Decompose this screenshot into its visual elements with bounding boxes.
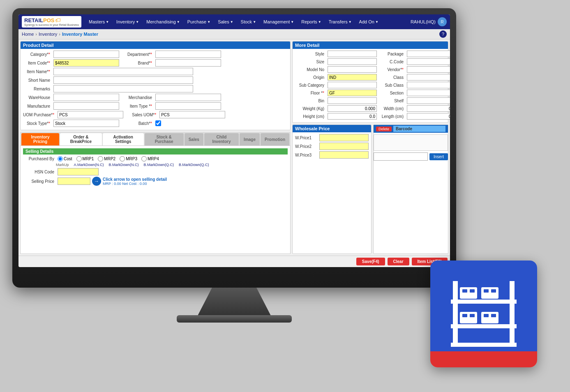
tab-child-inventory[interactable]: Child Inventory <box>204 133 239 145</box>
height-label: Height (cm) <box>295 114 326 119</box>
origin-label: Origin <box>295 75 326 80</box>
item-code-input[interactable] <box>53 59 119 67</box>
length-input[interactable] <box>407 113 450 120</box>
nav-masters[interactable]: Masters ▼ <box>85 18 112 26</box>
batch-checkbox[interactable] <box>155 120 161 126</box>
barcode-section: Delete Barcode Insert <box>373 125 448 254</box>
nav-transfers[interactable]: Transfers ▼ <box>325 18 355 26</box>
wholesale-price-section: Wholesale Price W.Price1 W.Price2 <box>292 125 372 254</box>
nav-merchandising[interactable]: Merchandising ▼ <box>143 18 183 26</box>
radio-mrp1-input[interactable] <box>76 156 82 161</box>
nav-addon[interactable]: Add On ▼ <box>356 18 382 26</box>
vendor-input[interactable] <box>407 66 450 73</box>
height-input[interactable] <box>328 113 377 120</box>
nav-inventory[interactable]: Inventory ▼ <box>113 18 142 26</box>
radio-mrp1[interactable]: MRP1 <box>76 156 94 161</box>
class-input[interactable] <box>407 74 450 81</box>
sales-uom-input[interactable] <box>159 111 225 118</box>
more-row-height-length: Height (cm) Length (cm) <box>295 113 445 120</box>
section-input[interactable] <box>407 90 450 96</box>
tab-promotion[interactable]: Promotion <box>261 133 289 145</box>
tab-inventory-pricing[interactable]: Inventory Pricing <box>21 133 59 145</box>
radio-mrp4[interactable]: MRP4 <box>141 156 159 161</box>
size-input[interactable] <box>328 58 377 65</box>
selling-price-row: Selling Price → Click arrow to open sell… <box>23 177 288 186</box>
nav-sales[interactable]: Sales ▼ <box>215 18 236 26</box>
barcode-input[interactable] <box>374 152 428 161</box>
wp-price2-input[interactable] <box>319 143 369 150</box>
save-button[interactable]: Save(F4) <box>356 258 385 265</box>
origin-input[interactable] <box>328 74 377 81</box>
barcode-delete-btn[interactable]: Delete <box>376 127 392 131</box>
radio-mrp4-input[interactable] <box>141 156 147 161</box>
selling-price-arrow-btn[interactable]: → <box>92 177 101 186</box>
uom-purchase-input[interactable] <box>58 111 123 118</box>
wp-price3-input[interactable] <box>319 151 369 159</box>
ccode-input[interactable] <box>407 58 450 65</box>
user-label: RAHUL(HQ) <box>411 19 436 24</box>
radio-mrp3[interactable]: MRP3 <box>120 156 137 161</box>
package-input[interactable] <box>407 51 450 57</box>
help-button[interactable]: ? <box>439 30 447 38</box>
svg-rect-8 <box>470 289 475 293</box>
breadcrumb-home[interactable]: Home <box>22 32 34 37</box>
logo-retail: RETAIL <box>24 17 43 23</box>
category-input[interactable] <box>53 51 119 58</box>
clear-button[interactable]: Clear <box>388 258 409 265</box>
shelf-label: Shelf <box>378 99 405 103</box>
department-input[interactable] <box>155 51 221 58</box>
product-detail-header: Product Detail <box>21 42 290 49</box>
svg-rect-9 <box>484 289 489 293</box>
tab-image[interactable]: Image <box>240 133 260 145</box>
short-name-label: Short Name <box>23 78 52 83</box>
item-name-input[interactable] <box>53 68 193 75</box>
tab-order-breakprice[interactable]: Order & BreakPrice <box>60 133 102 145</box>
sub-class-input[interactable] <box>407 82 450 88</box>
manufacture-input[interactable] <box>53 102 119 110</box>
sub-class-label: Sub Class <box>378 83 405 88</box>
inventory-icon-box <box>430 261 537 367</box>
monitor-shell: RETAILPOS🏷 Synergy is success in your Re… <box>12 8 456 288</box>
model-no-input[interactable] <box>328 66 377 73</box>
brand-input[interactable] <box>155 59 221 67</box>
item-name-label: Item Name* <box>23 69 52 74</box>
shelf-input[interactable] <box>407 97 450 104</box>
tab-stock-purchase[interactable]: Stock & Purchase <box>145 133 184 145</box>
barcode-header: Delete Barcode <box>374 125 448 133</box>
radio-mrp2-input[interactable] <box>98 156 103 161</box>
bin-input[interactable] <box>328 97 377 104</box>
barcode-insert-btn[interactable]: Insert <box>429 153 448 160</box>
breadcrumb-inventory[interactable]: Inventory <box>39 32 57 37</box>
radio-cost-input[interactable] <box>58 156 63 161</box>
radio-cost[interactable]: Cost <box>58 156 72 161</box>
warehouse-input[interactable] <box>53 94 119 101</box>
item-type-input[interactable] <box>155 102 221 110</box>
tab-sales[interactable]: Sales <box>185 133 203 145</box>
stock-type-input[interactable] <box>53 120 119 127</box>
more-row-floor-section: Floor * Section <box>295 90 445 96</box>
floor-input[interactable] <box>328 90 377 96</box>
wp-price1-input[interactable] <box>319 134 369 141</box>
wp-row-2: W.Price2 <box>295 143 369 150</box>
style-input[interactable] <box>328 51 377 57</box>
user-avatar: R <box>438 17 447 26</box>
sub-category-input[interactable] <box>328 82 377 88</box>
nav-purchase[interactable]: Purchase ▼ <box>184 18 214 26</box>
nav-management[interactable]: Management ▼ <box>260 18 297 26</box>
sub-b-markdown-qc1: B.MarkDown(Q.C) <box>144 163 174 167</box>
selling-price-input[interactable] <box>58 178 90 185</box>
hsn-code-input[interactable] <box>58 168 99 175</box>
nav-reports[interactable]: Reports ▼ <box>298 18 324 26</box>
tab-activation-settings[interactable]: Activation Settings <box>103 133 144 145</box>
radio-mrp3-input[interactable] <box>120 156 125 161</box>
nav-stock[interactable]: Stock ▼ <box>238 18 259 26</box>
merchandise-input[interactable] <box>155 94 221 101</box>
more-row-origin-class: Origin Class <box>295 74 445 81</box>
weight-input[interactable] <box>328 105 377 112</box>
purchase-radio-group: Cost MRP1 MRP2 MRP3 MRP4 <box>58 156 159 161</box>
sub-a-markdown: A.MarkDown(N.C) <box>74 163 104 167</box>
width-input[interactable] <box>407 105 450 112</box>
short-name-input[interactable] <box>53 76 193 84</box>
radio-mrp2[interactable]: MRP2 <box>98 156 115 161</box>
remarks-input[interactable] <box>53 85 193 92</box>
